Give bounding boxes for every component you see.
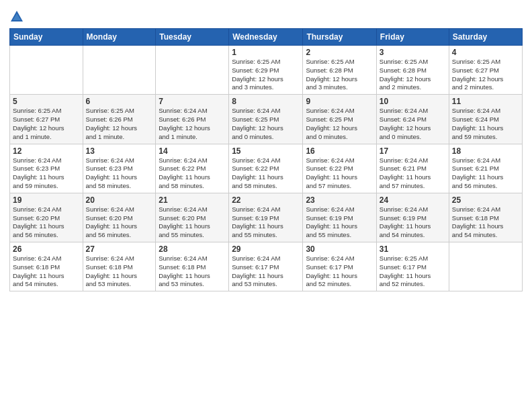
calendar-table: SundayMondayTuesdayWednesdayThursdayFrid… <box>9 28 523 291</box>
calendar-cell: 7Sunrise: 6:24 AM Sunset: 6:26 PM Daylig… <box>156 95 229 144</box>
page: SundayMondayTuesdayWednesdayThursdayFrid… <box>0 0 532 411</box>
calendar-cell: 24Sunrise: 6:24 AM Sunset: 6:19 PM Dayli… <box>376 193 449 242</box>
day-number: 10 <box>380 97 446 106</box>
calendar-cell: 30Sunrise: 6:24 AM Sunset: 6:17 PM Dayli… <box>303 242 376 291</box>
day-info: Sunrise: 6:24 AM Sunset: 6:20 PM Dayligh… <box>13 205 80 240</box>
calendar-cell: 16Sunrise: 6:24 AM Sunset: 6:22 PM Dayli… <box>303 144 376 193</box>
weekday-header-wednesday: Wednesday <box>229 29 303 46</box>
calendar-cell: 10Sunrise: 6:24 AM Sunset: 6:24 PM Dayli… <box>376 95 449 144</box>
day-number: 8 <box>232 97 300 106</box>
calendar-cell: 28Sunrise: 6:24 AM Sunset: 6:18 PM Dayli… <box>156 242 229 291</box>
calendar-cell: 5Sunrise: 6:25 AM Sunset: 6:27 PM Daylig… <box>10 95 83 144</box>
day-info: Sunrise: 6:24 AM Sunset: 6:18 PM Dayligh… <box>159 255 226 289</box>
day-number: 17 <box>380 146 446 156</box>
calendar-cell: 2Sunrise: 6:25 AM Sunset: 6:28 PM Daylig… <box>303 46 376 95</box>
day-number: 30 <box>306 244 373 254</box>
day-number: 19 <box>13 195 80 205</box>
day-number: 24 <box>380 195 446 205</box>
day-info: Sunrise: 6:24 AM Sunset: 6:22 PM Dayligh… <box>159 156 226 191</box>
day-info: Sunrise: 6:25 AM Sunset: 6:28 PM Dayligh… <box>306 58 373 92</box>
weekday-header-saturday: Saturday <box>449 29 522 46</box>
day-info: Sunrise: 6:24 AM Sunset: 6:25 PM Dayligh… <box>306 107 373 141</box>
day-number: 4 <box>452 48 519 57</box>
day-number: 15 <box>232 146 300 156</box>
day-info: Sunrise: 6:25 AM Sunset: 6:27 PM Dayligh… <box>13 107 80 141</box>
day-number: 2 <box>306 48 373 57</box>
week-row-5: 26Sunrise: 6:24 AM Sunset: 6:18 PM Dayli… <box>10 242 523 291</box>
calendar-cell: 12Sunrise: 6:24 AM Sunset: 6:23 PM Dayli… <box>10 144 83 193</box>
day-number: 6 <box>86 97 153 106</box>
weekday-header-monday: Monday <box>83 29 156 46</box>
calendar-cell <box>156 46 229 95</box>
day-number: 3 <box>380 48 446 57</box>
day-number: 7 <box>159 97 226 106</box>
weekday-header-row: SundayMondayTuesdayWednesdayThursdayFrid… <box>10 29 523 46</box>
day-info: Sunrise: 6:24 AM Sunset: 6:19 PM Dayligh… <box>232 205 300 240</box>
day-info: Sunrise: 6:24 AM Sunset: 6:20 PM Dayligh… <box>86 205 153 240</box>
day-info: Sunrise: 6:24 AM Sunset: 6:23 PM Dayligh… <box>13 156 80 191</box>
day-number: 28 <box>159 244 226 254</box>
calendar-cell: 23Sunrise: 6:24 AM Sunset: 6:19 PM Dayli… <box>303 193 376 242</box>
weekday-header-tuesday: Tuesday <box>156 29 229 46</box>
calendar-cell: 1Sunrise: 6:25 AM Sunset: 6:29 PM Daylig… <box>229 46 303 95</box>
day-info: Sunrise: 6:24 AM Sunset: 6:17 PM Dayligh… <box>306 255 373 289</box>
calendar-cell: 18Sunrise: 6:24 AM Sunset: 6:21 PM Dayli… <box>449 144 522 193</box>
day-info: Sunrise: 6:24 AM Sunset: 6:18 PM Dayligh… <box>13 255 80 289</box>
day-number: 1 <box>232 48 300 57</box>
day-number: 21 <box>159 195 226 205</box>
day-info: Sunrise: 6:24 AM Sunset: 6:22 PM Dayligh… <box>232 156 300 191</box>
day-info: Sunrise: 6:24 AM Sunset: 6:26 PM Dayligh… <box>159 107 226 141</box>
day-info: Sunrise: 6:25 AM Sunset: 6:28 PM Dayligh… <box>380 58 446 92</box>
calendar-cell <box>10 46 83 95</box>
day-info: Sunrise: 6:24 AM Sunset: 6:21 PM Dayligh… <box>452 156 519 191</box>
day-info: Sunrise: 6:24 AM Sunset: 6:18 PM Dayligh… <box>452 205 519 240</box>
calendar-cell: 11Sunrise: 6:24 AM Sunset: 6:24 PM Dayli… <box>449 95 522 144</box>
day-info: Sunrise: 6:24 AM Sunset: 6:22 PM Dayligh… <box>306 156 373 191</box>
calendar-cell: 26Sunrise: 6:24 AM Sunset: 6:18 PM Dayli… <box>10 242 83 291</box>
calendar-cell: 17Sunrise: 6:24 AM Sunset: 6:21 PM Dayli… <box>376 144 449 193</box>
day-info: Sunrise: 6:24 AM Sunset: 6:18 PM Dayligh… <box>86 255 153 289</box>
week-row-1: 1Sunrise: 6:25 AM Sunset: 6:29 PM Daylig… <box>10 46 523 95</box>
calendar-cell: 13Sunrise: 6:24 AM Sunset: 6:23 PM Dayli… <box>83 144 156 193</box>
week-row-2: 5Sunrise: 6:25 AM Sunset: 6:27 PM Daylig… <box>10 95 523 144</box>
day-number: 26 <box>13 244 80 254</box>
calendar-cell: 20Sunrise: 6:24 AM Sunset: 6:20 PM Dayli… <box>83 193 156 242</box>
day-info: Sunrise: 6:25 AM Sunset: 6:17 PM Dayligh… <box>380 255 446 289</box>
day-info: Sunrise: 6:25 AM Sunset: 6:26 PM Dayligh… <box>86 107 153 141</box>
calendar-cell: 9Sunrise: 6:24 AM Sunset: 6:25 PM Daylig… <box>303 95 376 144</box>
weekday-header-friday: Friday <box>376 29 449 46</box>
day-number: 22 <box>232 195 300 205</box>
day-number: 29 <box>232 244 300 254</box>
day-number: 16 <box>306 146 373 156</box>
header <box>9 7 523 24</box>
day-info: Sunrise: 6:25 AM Sunset: 6:29 PM Dayligh… <box>232 58 300 92</box>
day-info: Sunrise: 6:24 AM Sunset: 6:19 PM Dayligh… <box>380 205 446 240</box>
day-info: Sunrise: 6:24 AM Sunset: 6:17 PM Dayligh… <box>232 255 300 289</box>
logo <box>9 7 26 24</box>
calendar-cell: 4Sunrise: 6:25 AM Sunset: 6:27 PM Daylig… <box>449 46 522 95</box>
calendar-cell: 31Sunrise: 6:25 AM Sunset: 6:17 PM Dayli… <box>376 242 449 291</box>
logo-icon <box>9 9 24 24</box>
calendar-cell <box>449 242 522 291</box>
day-info: Sunrise: 6:24 AM Sunset: 6:19 PM Dayligh… <box>306 205 373 240</box>
calendar-cell: 25Sunrise: 6:24 AM Sunset: 6:18 PM Dayli… <box>449 193 522 242</box>
calendar-cell: 19Sunrise: 6:24 AM Sunset: 6:20 PM Dayli… <box>10 193 83 242</box>
day-number: 14 <box>159 146 226 156</box>
day-number: 13 <box>86 146 153 156</box>
weekday-header-thursday: Thursday <box>303 29 376 46</box>
day-info: Sunrise: 6:24 AM Sunset: 6:24 PM Dayligh… <box>380 107 446 141</box>
day-number: 5 <box>13 97 80 106</box>
calendar-cell: 15Sunrise: 6:24 AM Sunset: 6:22 PM Dayli… <box>229 144 303 193</box>
week-row-3: 12Sunrise: 6:24 AM Sunset: 6:23 PM Dayli… <box>10 144 523 193</box>
week-row-4: 19Sunrise: 6:24 AM Sunset: 6:20 PM Dayli… <box>10 193 523 242</box>
day-info: Sunrise: 6:25 AM Sunset: 6:27 PM Dayligh… <box>452 58 519 92</box>
calendar-cell: 29Sunrise: 6:24 AM Sunset: 6:17 PM Dayli… <box>229 242 303 291</box>
day-number: 9 <box>306 97 373 106</box>
day-number: 20 <box>86 195 153 205</box>
day-info: Sunrise: 6:24 AM Sunset: 6:24 PM Dayligh… <box>452 107 519 141</box>
day-number: 18 <box>452 146 519 156</box>
day-number: 11 <box>452 97 519 106</box>
calendar-cell: 21Sunrise: 6:24 AM Sunset: 6:20 PM Dayli… <box>156 193 229 242</box>
calendar-cell: 6Sunrise: 6:25 AM Sunset: 6:26 PM Daylig… <box>83 95 156 144</box>
day-info: Sunrise: 6:24 AM Sunset: 6:25 PM Dayligh… <box>232 107 300 141</box>
